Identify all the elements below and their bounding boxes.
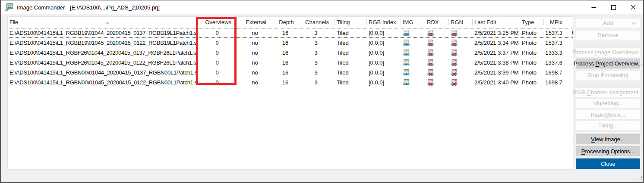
cell-overviews: 0 [197,78,237,87]
cell-rdx-status [425,38,448,48]
minimize-icon [591,5,596,10]
maximize-button[interactable] [603,0,623,14]
computer-missing-icon [427,69,434,76]
column-header-rdx[interactable]: RDX [425,17,448,28]
window-controls [584,0,643,14]
column-header-last_edit[interactable]: Last Edit [472,17,520,28]
table-row[interactable]: E:\ADS100\041415\L1_RGBB19\01045_2020041… [8,38,573,48]
process-image-overviews-button[interactable]: Process Image Overviews... [576,47,640,57]
column-header-type[interactable]: Type [520,17,543,28]
cell-img-status [401,38,425,48]
button-label: Close [601,161,615,167]
computer-ok-icon [403,49,410,56]
cell-img-status [401,28,425,38]
computer-missing-icon [451,59,458,66]
resize-grip[interactable] [638,175,642,181]
button-accel: V [591,136,595,143]
computer-missing-icon [451,39,458,47]
cell-channels: 3 [298,48,334,58]
column-header-channels[interactable]: Channels [298,17,334,28]
computer-ok-icon [403,59,410,66]
processing-options-button[interactable]: Processing Options... [576,146,640,156]
column-header-mpix[interactable]: MPix [543,17,569,28]
cell-file: E:\ADS100\041415\L1_RGBB19\01045_2020041… [8,38,197,48]
button-label: Tilting... [598,122,618,129]
cell-channels: 3 [298,58,334,68]
tilting-button[interactable]: Tilting... [576,121,640,130]
cell-file: E:\ADS100\041415\L1_RGBF26\01044_2020041… [8,48,197,58]
computer-missing-icon [451,29,458,37]
button-label: RGB [573,89,587,96]
button-label: Process [574,60,596,67]
table-row[interactable]: E:\ADS100\041415\L1_RGBF26\01045_2020041… [8,58,573,68]
cell-rgn-status [448,28,472,38]
close-window-button[interactable] [623,0,643,14]
cell-type: Photo [520,38,543,48]
cell-external: no [237,68,273,78]
cell-external: no [237,78,273,87]
computer-ok-icon [403,39,410,47]
cell-depth: 16 [273,38,298,48]
title-bar: Image Commander - [E:\ADS100\...\Prj_ADS… [1,0,643,14]
cell-channels: 3 [298,78,334,87]
cell-last_edit: 2/5/2021 3:37 PM [472,48,520,58]
cell-mpix: 1337.6 [543,58,569,68]
column-header-rgb_index[interactable]: RGB Index [366,17,401,28]
column-header-tiling[interactable]: Tiling [334,17,366,28]
cell-rgn-status [448,78,472,87]
cell-last_edit: 2/5/2021 3:39 PM [472,68,520,78]
table-row[interactable]: E:\ADS100\041415\L1_RGBN00\01045_2020041… [8,78,573,87]
rgb-channel-assignment-button[interactable]: RGB Channel Assignment... [576,87,640,97]
column-header-img[interactable]: IMG [401,17,425,28]
action-panel: AddRemoveProcess Image Overviews...Proce… [576,18,640,169]
cell-mpix: 1698.7 [543,78,569,87]
vignetting-button[interactable]: Vignetting... [576,98,640,108]
button-label: top Processing [591,72,628,78]
table-row[interactable]: E:\ADS100\041415\L1_RGBN00\01044_2020041… [8,68,573,78]
process-project-overview-button[interactable]: Process Project Overview... [576,59,640,68]
cell-file: E:\ADS100\041415\L1_RGBB19\01044_2020041… [8,28,197,38]
button-accel: M [605,112,610,118]
button-accel: C [587,89,590,96]
button-label: emove [602,32,619,38]
computer-missing-icon [451,49,458,56]
column-header-rgn[interactable]: RGN [448,17,472,28]
cell-tiling: Tiled [334,58,366,68]
computer-ok-icon [403,29,410,37]
button-label: mage Overviews... [597,49,643,56]
button-label: etrix... [610,112,625,118]
view-image-button[interactable]: View Image... [576,134,640,144]
table-row[interactable]: E:\ADS100\041415\L1_RGBB19\01044_2020041… [8,28,573,38]
cell-rgn-status [448,48,472,58]
file-table: FileOverviewsExternalDepthChannelsTiling… [7,16,573,170]
cell-channels: 3 [298,28,334,38]
cell-rgb_index: [0,0,0] [366,58,401,68]
button-accel: P [581,148,585,155]
button-label: iew Image... [595,136,625,143]
remove-button[interactable]: Remove [576,30,640,40]
cell-type: Photo [520,78,543,87]
cell-depth: 16 [273,28,298,38]
close-button[interactable]: Close [576,158,640,169]
computer-ok-icon [403,79,410,86]
column-header-file[interactable]: File [8,17,197,28]
window-title: Image Commander - [E:\ADS100\...\Prj_ADS… [17,4,160,11]
button-label: rocessing Options... [585,148,635,155]
computer-missing-icon [451,79,458,86]
table-row[interactable]: E:\ADS100\041415\L1_RGBF26\01044_2020041… [8,48,573,58]
cell-tiling: Tiled [334,78,366,87]
button-accel: A [603,20,607,26]
button-label: hannel Assignment... [591,89,643,96]
cell-rgb_index: [0,0,0] [366,78,401,87]
cell-rgn-status [448,68,472,78]
add-button[interactable]: Add [576,18,640,28]
radiometrix-button[interactable]: RadioMetrix... [576,110,640,120]
cell-last_edit: 2/5/2021 3:25 PM [472,28,520,38]
column-header-depth[interactable]: Depth [273,17,298,28]
column-header-overviews[interactable]: Overviews [197,17,237,28]
minimize-button[interactable] [584,0,603,14]
cell-last_edit: 2/5/2021 3:40 PM [472,78,520,87]
table-body: E:\ADS100\041415\L1_RGBB19\01044_2020041… [8,28,573,87]
stop-processing-button[interactable]: Stop Processing [576,70,640,80]
column-header-external[interactable]: External [237,17,273,28]
